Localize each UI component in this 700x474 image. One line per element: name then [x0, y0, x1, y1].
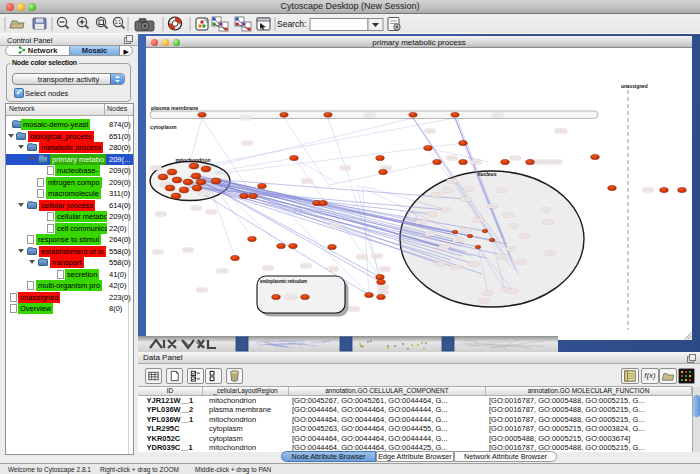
svg-text:Search:: Search:: [277, 19, 306, 29]
svg-text:endoplasmic reticulum: endoplasmic reticulum: [260, 279, 307, 284]
svg-text:1:1: 1:1: [115, 20, 122, 25]
svg-text:cytoplasm: cytoplasm: [150, 124, 177, 130]
svg-text:mitochondrion: mitochondrion: [176, 157, 211, 163]
svg-text:unassigned: unassigned: [621, 84, 648, 89]
svg-text:nucleus: nucleus: [478, 171, 497, 177]
svg-text:plasma membrane: plasma membrane: [151, 105, 198, 111]
